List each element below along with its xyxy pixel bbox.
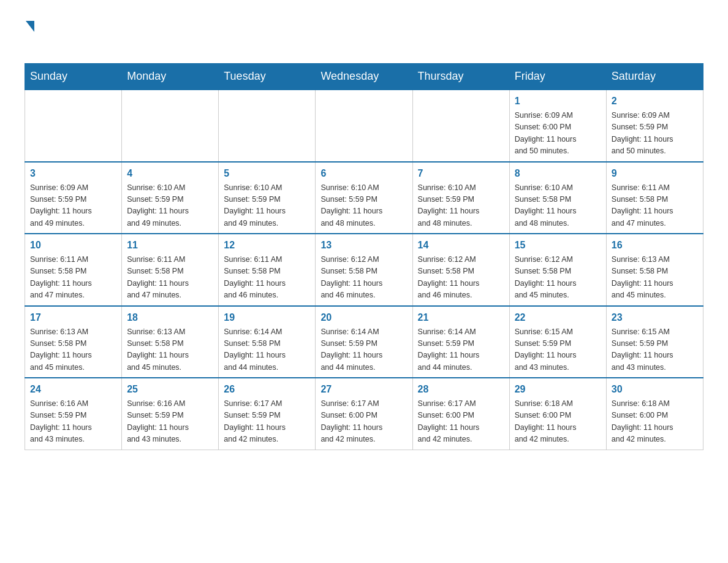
day-info: Sunrise: 6:10 AMSunset: 5:59 PMDaylight:… xyxy=(224,182,310,230)
day-info: Sunrise: 6:10 AMSunset: 5:58 PMDaylight:… xyxy=(515,182,601,230)
day-info: Sunrise: 6:11 AMSunset: 5:58 PMDaylight:… xyxy=(224,254,310,302)
week-row-4: 17Sunrise: 6:13 AMSunset: 5:58 PMDayligh… xyxy=(25,306,703,378)
day-number: 22 xyxy=(515,310,601,325)
day-info: Sunrise: 6:15 AMSunset: 5:59 PMDaylight:… xyxy=(515,326,601,374)
day-number: 29 xyxy=(515,382,601,397)
day-info: Sunrise: 6:09 AMSunset: 6:00 PMDaylight:… xyxy=(515,110,601,158)
day-info: Sunrise: 6:16 AMSunset: 5:59 PMDaylight:… xyxy=(127,398,213,446)
calendar-cell: 9Sunrise: 6:11 AMSunset: 5:58 PMDaylight… xyxy=(606,162,703,234)
calendar-cell: 11Sunrise: 6:11 AMSunset: 5:58 PMDayligh… xyxy=(122,234,219,306)
calendar-table: SundayMondayTuesdayWednesdayThursdayFrid… xyxy=(25,63,703,450)
day-number: 18 xyxy=(127,310,213,325)
calendar-cell: 13Sunrise: 6:12 AMSunset: 5:58 PMDayligh… xyxy=(316,234,412,306)
calendar-cell: 28Sunrise: 6:17 AMSunset: 6:00 PMDayligh… xyxy=(412,378,509,450)
day-info: Sunrise: 6:16 AMSunset: 5:59 PMDaylight:… xyxy=(30,398,116,446)
calendar-cell: 30Sunrise: 6:18 AMSunset: 6:00 PMDayligh… xyxy=(606,378,703,450)
calendar-cell: 10Sunrise: 6:11 AMSunset: 5:58 PMDayligh… xyxy=(25,234,122,306)
day-info: Sunrise: 6:12 AMSunset: 5:58 PMDaylight:… xyxy=(320,254,407,302)
day-info: Sunrise: 6:10 AMSunset: 5:59 PMDaylight:… xyxy=(418,182,504,230)
week-row-3: 10Sunrise: 6:11 AMSunset: 5:58 PMDayligh… xyxy=(25,234,703,306)
calendar-cell: 18Sunrise: 6:13 AMSunset: 5:58 PMDayligh… xyxy=(122,306,219,378)
day-info: Sunrise: 6:18 AMSunset: 6:00 PMDaylight:… xyxy=(515,398,601,446)
day-number: 11 xyxy=(127,238,213,253)
day-info: Sunrise: 6:15 AMSunset: 5:59 PMDaylight:… xyxy=(612,326,698,374)
day-info: Sunrise: 6:17 AMSunset: 5:59 PMDaylight:… xyxy=(224,398,310,446)
calendar-cell: 4Sunrise: 6:10 AMSunset: 5:59 PMDaylight… xyxy=(122,162,219,234)
day-number: 15 xyxy=(515,238,601,253)
calendar-cell: 12Sunrise: 6:11 AMSunset: 5:58 PMDayligh… xyxy=(219,234,316,306)
day-number: 14 xyxy=(418,238,504,253)
day-info: Sunrise: 6:17 AMSunset: 6:00 PMDaylight:… xyxy=(320,398,407,446)
column-header-wednesday: Wednesday xyxy=(316,64,412,90)
calendar-cell: 15Sunrise: 6:12 AMSunset: 5:58 PMDayligh… xyxy=(509,234,606,306)
calendar-header-row: SundayMondayTuesdayWednesdayThursdayFrid… xyxy=(25,64,703,90)
calendar-cell: 2Sunrise: 6:09 AMSunset: 5:59 PMDaylight… xyxy=(606,90,703,162)
calendar-cell xyxy=(316,90,412,162)
column-header-saturday: Saturday xyxy=(606,64,703,90)
day-number: 13 xyxy=(320,238,407,253)
calendar-cell: 24Sunrise: 6:16 AMSunset: 5:59 PMDayligh… xyxy=(25,378,122,450)
day-number: 2 xyxy=(612,94,698,109)
day-number: 30 xyxy=(612,382,698,397)
day-number: 5 xyxy=(224,166,310,181)
day-info: Sunrise: 6:13 AMSunset: 5:58 PMDaylight:… xyxy=(30,326,116,374)
day-info: Sunrise: 6:14 AMSunset: 5:59 PMDaylight:… xyxy=(418,326,504,374)
day-number: 20 xyxy=(320,310,407,325)
calendar-cell: 26Sunrise: 6:17 AMSunset: 5:59 PMDayligh… xyxy=(219,378,316,450)
calendar-cell xyxy=(412,90,509,162)
day-number: 27 xyxy=(320,382,407,397)
day-info: Sunrise: 6:11 AMSunset: 5:58 PMDaylight:… xyxy=(127,254,213,302)
calendar-cell: 27Sunrise: 6:17 AMSunset: 6:00 PMDayligh… xyxy=(316,378,412,450)
column-header-monday: Monday xyxy=(122,64,219,90)
day-number: 10 xyxy=(30,238,116,253)
calendar-cell: 29Sunrise: 6:18 AMSunset: 6:00 PMDayligh… xyxy=(509,378,606,450)
calendar-cell: 14Sunrise: 6:12 AMSunset: 5:58 PMDayligh… xyxy=(412,234,509,306)
calendar-cell: 6Sunrise: 6:10 AMSunset: 5:59 PMDaylight… xyxy=(316,162,412,234)
day-info: Sunrise: 6:13 AMSunset: 5:58 PMDaylight:… xyxy=(127,326,213,374)
day-info: Sunrise: 6:13 AMSunset: 5:58 PMDaylight:… xyxy=(612,254,698,302)
logo-arrow-icon xyxy=(26,21,34,32)
day-info: Sunrise: 6:10 AMSunset: 5:59 PMDaylight:… xyxy=(127,182,213,230)
day-number: 1 xyxy=(515,94,601,109)
day-number: 6 xyxy=(320,166,407,181)
column-header-sunday: Sunday xyxy=(25,64,122,90)
day-info: Sunrise: 6:17 AMSunset: 6:00 PMDaylight:… xyxy=(418,398,504,446)
calendar-cell: 23Sunrise: 6:15 AMSunset: 5:59 PMDayligh… xyxy=(606,306,703,378)
calendar-cell xyxy=(25,90,122,162)
day-info: Sunrise: 6:11 AMSunset: 5:58 PMDaylight:… xyxy=(612,182,698,230)
column-header-friday: Friday xyxy=(509,64,606,90)
day-info: Sunrise: 6:11 AMSunset: 5:58 PMDaylight:… xyxy=(30,254,116,302)
calendar-cell: 5Sunrise: 6:10 AMSunset: 5:59 PMDaylight… xyxy=(219,162,316,234)
column-header-tuesday: Tuesday xyxy=(219,64,316,90)
calendar-cell: 22Sunrise: 6:15 AMSunset: 5:59 PMDayligh… xyxy=(509,306,606,378)
day-info: Sunrise: 6:12 AMSunset: 5:58 PMDaylight:… xyxy=(515,254,601,302)
week-row-1: 1Sunrise: 6:09 AMSunset: 6:00 PMDaylight… xyxy=(25,90,703,162)
day-number: 25 xyxy=(127,382,213,397)
calendar-cell: 1Sunrise: 6:09 AMSunset: 6:00 PMDaylight… xyxy=(509,90,606,162)
calendar-cell: 3Sunrise: 6:09 AMSunset: 5:59 PMDaylight… xyxy=(25,162,122,234)
calendar-cell: 20Sunrise: 6:14 AMSunset: 5:59 PMDayligh… xyxy=(316,306,412,378)
week-row-5: 24Sunrise: 6:16 AMSunset: 5:59 PMDayligh… xyxy=(25,378,703,450)
day-info: Sunrise: 6:18 AMSunset: 6:00 PMDaylight:… xyxy=(612,398,698,446)
day-number: 24 xyxy=(30,382,116,397)
day-number: 21 xyxy=(418,310,504,325)
day-number: 3 xyxy=(30,166,116,181)
week-row-2: 3Sunrise: 6:09 AMSunset: 5:59 PMDaylight… xyxy=(25,162,703,234)
calendar-cell xyxy=(122,90,219,162)
calendar-cell: 21Sunrise: 6:14 AMSunset: 5:59 PMDayligh… xyxy=(412,306,509,378)
day-number: 12 xyxy=(224,238,310,253)
day-number: 8 xyxy=(515,166,601,181)
day-number: 28 xyxy=(418,382,504,397)
day-number: 16 xyxy=(612,238,698,253)
day-number: 4 xyxy=(127,166,213,181)
day-info: Sunrise: 6:10 AMSunset: 5:59 PMDaylight:… xyxy=(320,182,407,230)
day-info: Sunrise: 6:09 AMSunset: 5:59 PMDaylight:… xyxy=(612,110,698,158)
page-header xyxy=(25,18,703,51)
calendar-cell: 25Sunrise: 6:16 AMSunset: 5:59 PMDayligh… xyxy=(122,378,219,450)
day-number: 23 xyxy=(612,310,698,325)
calendar-cell: 8Sunrise: 6:10 AMSunset: 5:58 PMDaylight… xyxy=(509,162,606,234)
column-header-thursday: Thursday xyxy=(412,64,509,90)
day-number: 26 xyxy=(224,382,310,397)
day-info: Sunrise: 6:14 AMSunset: 5:59 PMDaylight:… xyxy=(320,326,407,374)
day-number: 9 xyxy=(612,166,698,181)
